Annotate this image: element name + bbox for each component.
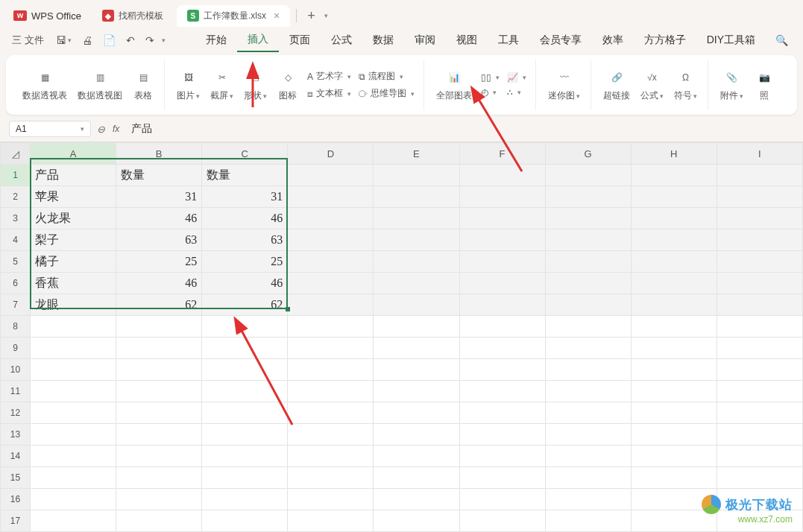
cell[interactable]: 46: [116, 208, 202, 229]
cell[interactable]: [545, 467, 631, 489]
row-header[interactable]: 1: [1, 165, 31, 186]
cell[interactable]: [31, 489, 116, 510]
cell[interactable]: [288, 186, 374, 208]
cell[interactable]: [202, 402, 288, 424]
cell[interactable]: 62: [116, 294, 202, 316]
cell[interactable]: [374, 467, 459, 489]
cell[interactable]: [374, 229, 459, 251]
col-header-c[interactable]: C: [202, 143, 288, 165]
cell[interactable]: [202, 510, 288, 532]
col-header-b[interactable]: B: [116, 143, 202, 165]
cell[interactable]: [31, 316, 116, 338]
textbox-button[interactable]: ⧈ 文本框▾: [304, 86, 354, 101]
cell[interactable]: [374, 510, 459, 532]
cell[interactable]: [717, 446, 802, 467]
cell[interactable]: 46: [202, 273, 288, 294]
cell[interactable]: [459, 338, 545, 359]
cell[interactable]: [631, 273, 717, 294]
spreadsheet[interactable]: ◿ A B C D E F G H I 1产品数量数量2苹果31313火龙果46…: [0, 142, 803, 532]
cell[interactable]: [288, 165, 374, 186]
cell[interactable]: [459, 359, 545, 381]
cell[interactable]: [374, 381, 459, 402]
cell[interactable]: 31: [202, 186, 288, 208]
cell[interactable]: [459, 165, 545, 186]
pivot-chart-button[interactable]: ▥数据透视图: [73, 66, 127, 105]
cell[interactable]: [288, 338, 374, 359]
cell[interactable]: [545, 208, 631, 229]
cell[interactable]: [374, 446, 459, 467]
cell[interactable]: [459, 446, 545, 467]
row-header[interactable]: 7: [1, 294, 31, 316]
cell[interactable]: [545, 294, 631, 316]
table-button[interactable]: ▤表格: [128, 66, 158, 105]
row-header[interactable]: 14: [1, 446, 31, 467]
cell[interactable]: [631, 402, 717, 424]
print-icon[interactable]: 🖨: [78, 31, 97, 49]
cell[interactable]: [631, 186, 717, 208]
cell[interactable]: 63: [116, 229, 202, 251]
cell[interactable]: 橘子: [31, 251, 116, 273]
cell[interactable]: [459, 208, 545, 229]
cell[interactable]: 31: [116, 186, 202, 208]
cell[interactable]: [631, 359, 717, 381]
redo-icon[interactable]: ↷: [141, 31, 159, 49]
menu-tab-vip[interactable]: 会员专享: [529, 29, 592, 51]
cell[interactable]: [459, 510, 545, 532]
cell[interactable]: [631, 316, 717, 338]
menu-tab-ffgz[interactable]: 方方格子: [634, 29, 696, 51]
image-button[interactable]: 🖼图片▾: [172, 66, 204, 105]
cell[interactable]: [459, 186, 545, 208]
cell[interactable]: [631, 251, 717, 273]
cell[interactable]: [31, 446, 116, 467]
menu-tab-efficiency[interactable]: 效率: [592, 29, 634, 51]
cell[interactable]: [545, 316, 631, 338]
cell[interactable]: [31, 467, 116, 489]
cell[interactable]: [116, 510, 202, 532]
grid[interactable]: ◿ A B C D E F G H I 1产品数量数量2苹果31313火龙果46…: [0, 142, 803, 532]
cell[interactable]: 25: [116, 251, 202, 273]
cell[interactable]: [717, 165, 802, 186]
mindmap-button[interactable]: ⧂ 思维导图▾: [356, 86, 418, 101]
tab-workbook[interactable]: S 工作簿数量.xlsx ×: [177, 5, 290, 27]
cell[interactable]: [717, 424, 802, 446]
icon-button[interactable]: ◇图标: [273, 66, 303, 105]
tab-menu-chevron[interactable]: ▾: [324, 12, 328, 19]
cancel-icon[interactable]: ⊖: [97, 124, 105, 135]
cell[interactable]: [116, 338, 202, 359]
menu-tab-start[interactable]: 开始: [195, 29, 237, 51]
cell[interactable]: [631, 294, 717, 316]
cell[interactable]: [202, 316, 288, 338]
col-header-e[interactable]: E: [374, 143, 459, 165]
cell[interactable]: [116, 359, 202, 381]
cell[interactable]: 63: [202, 229, 288, 251]
cell[interactable]: [288, 489, 374, 510]
cell[interactable]: 46: [116, 273, 202, 294]
cell[interactable]: [717, 186, 802, 208]
cell[interactable]: [545, 165, 631, 186]
cell[interactable]: [374, 165, 459, 186]
cell[interactable]: [374, 186, 459, 208]
row-header[interactable]: 17: [1, 510, 31, 532]
cell[interactable]: [31, 510, 116, 532]
cell[interactable]: [116, 316, 202, 338]
cell[interactable]: [545, 359, 631, 381]
cell[interactable]: [631, 165, 717, 186]
close-icon[interactable]: ×: [274, 10, 280, 22]
cell[interactable]: [288, 510, 374, 532]
search-icon[interactable]: 🔍: [771, 31, 793, 49]
cell[interactable]: [374, 251, 459, 273]
cell[interactable]: [374, 359, 459, 381]
col-header-i[interactable]: I: [717, 143, 802, 165]
cell[interactable]: [717, 359, 802, 381]
cell[interactable]: 火龙果: [31, 208, 116, 229]
row-header[interactable]: 15: [1, 467, 31, 489]
file-menu[interactable]: 三 文件: [6, 31, 50, 50]
cell-reference-box[interactable]: A1 ▾: [9, 121, 91, 137]
row-header[interactable]: 3: [1, 208, 31, 229]
cell[interactable]: [631, 208, 717, 229]
cell[interactable]: [374, 273, 459, 294]
cell[interactable]: [459, 229, 545, 251]
cell[interactable]: [631, 424, 717, 446]
undo-icon[interactable]: ↶: [122, 31, 139, 49]
cell[interactable]: [116, 424, 202, 446]
